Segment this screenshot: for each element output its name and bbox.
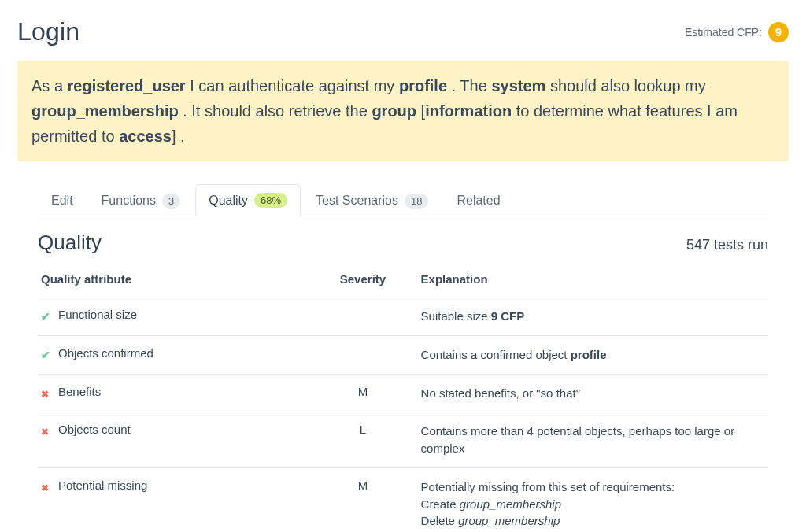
story-keyword: information [425, 102, 512, 120]
story-keyword: registered_user [68, 77, 186, 94]
tab-quality[interactable]: Quality68% [195, 184, 301, 216]
explanation-text: profile [571, 348, 607, 361]
tab-label: Edit [51, 194, 73, 208]
story-text: [ [416, 102, 425, 120]
quality-attribute: Potential missing [58, 478, 147, 492]
col-header-explanation: Explanation [418, 264, 768, 297]
explanation-text: Contains a confirmed object [421, 348, 571, 361]
section-title-quality: Quality [38, 231, 102, 255]
explanation-text: Delete [421, 514, 459, 527]
tab-related[interactable]: Related [443, 185, 513, 216]
quality-attribute: Objects count [58, 423, 131, 436]
explanation-cell: No stated benefits, or "so that" [418, 374, 768, 412]
tab-label: Related [457, 194, 500, 208]
tab-functions[interactable]: Functions3 [88, 185, 194, 216]
cross-icon [41, 480, 55, 493]
explanation-cell: Suitable size 9 CFP [418, 297, 768, 336]
explanation-text: Contains more than 4 potential objects, … [421, 424, 735, 455]
col-header-severity: Severity [308, 264, 417, 297]
quality-table: Quality attribute Severity Explanation F… [38, 264, 768, 532]
severity-cell [308, 297, 417, 336]
story-text: I can authenticate against my [186, 77, 399, 94]
table-row: Objects countLContains more than 4 poten… [38, 412, 768, 468]
explanation-cell: Contains a confirmed object profile [418, 335, 768, 374]
severity-cell: L [308, 412, 417, 468]
explanation-text: Potentially missing from this set of req… [421, 480, 675, 493]
page-title: Login [17, 17, 79, 46]
explanation-text: group_membership [458, 514, 560, 527]
severity-cell: M [308, 467, 417, 532]
quality-attribute: Benefits [58, 385, 101, 398]
table-row: Objects confirmedContains a confirmed ob… [38, 335, 768, 374]
tab-badge: 3 [162, 194, 180, 209]
tab-label: Functions [102, 194, 156, 208]
cross-icon [41, 424, 55, 438]
severity-cell: M [308, 374, 417, 412]
story-text: . It should also retrieve the [179, 102, 372, 120]
explanation-text: Suitable size [421, 309, 491, 323]
quality-attribute: Objects confirmed [58, 346, 153, 360]
estimated-cfp: Estimated CFP: 9 [685, 22, 789, 42]
explanation-cell: Potentially missing from this set of req… [418, 467, 768, 532]
table-row: Functional sizeSuitable size 9 CFP [38, 297, 768, 336]
story-keyword: group_membership [31, 102, 179, 120]
severity-cell [308, 335, 417, 374]
table-row: BenefitsMNo stated benefits, or "so that… [38, 374, 768, 412]
user-story-box: As a registered_user I can authenticate … [17, 61, 789, 161]
explanation-text: 9 CFP [491, 309, 525, 323]
tab-edit[interactable]: Edit [38, 185, 87, 216]
story-keyword: profile [399, 77, 447, 94]
explanation-text: Create [421, 497, 460, 511]
cross-icon [41, 386, 55, 400]
tabs: EditFunctions3Quality68%Test Scenarios18… [38, 183, 768, 216]
story-text: ] . [172, 127, 185, 145]
tab-badge: 68% [254, 193, 287, 208]
col-header-attribute: Quality attribute [38, 264, 308, 297]
tab-test-scenarios[interactable]: Test Scenarios18 [302, 185, 442, 216]
cfp-badge: 9 [768, 22, 789, 42]
cfp-label: Estimated CFP: [685, 26, 762, 39]
explanation-text: group_membership [460, 497, 561, 511]
explanation-text: No stated benefits, or "so that" [421, 386, 580, 400]
tests-run-count: 547 tests run [686, 237, 768, 253]
explanation-cell: Contains more than 4 potential objects, … [418, 412, 768, 468]
check-icon [41, 348, 55, 361]
table-row: Potential missingMPotentially missing fr… [38, 467, 768, 532]
story-text: should also lookup my [545, 77, 705, 94]
quality-attribute: Functional size [58, 308, 137, 321]
story-keyword: group [372, 102, 416, 120]
check-icon [41, 309, 55, 323]
story-keyword: access [119, 127, 172, 145]
tab-label: Test Scenarios [316, 194, 398, 208]
story-text: As a [31, 77, 68, 94]
tab-badge: 18 [405, 194, 428, 209]
tab-label: Quality [209, 194, 248, 208]
story-text: . The [447, 77, 491, 94]
story-keyword: system [491, 77, 545, 94]
